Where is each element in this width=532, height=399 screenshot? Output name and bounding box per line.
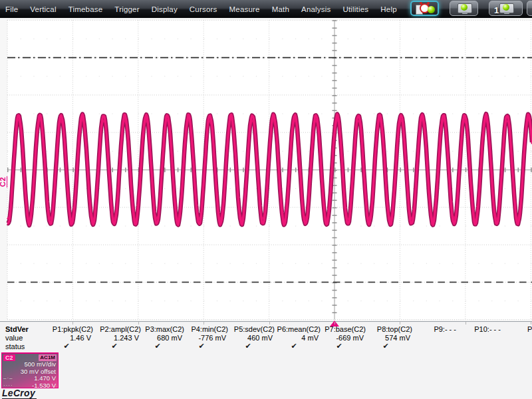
oscilloscope-screen: FileVerticalTimebaseTriggerDisplayCursor… bbox=[0, 0, 532, 399]
param-name[interactable]: P3:max(C2) bbox=[145, 325, 184, 333]
menu-item-measure[interactable]: Measure bbox=[223, 5, 266, 13]
param-value: 4 mV bbox=[301, 334, 319, 342]
param-name[interactable]: P4:min(C2) bbox=[191, 325, 228, 333]
monitor-stand-icon bbox=[462, 12, 467, 14]
param-status-check-icon: ✔ bbox=[359, 342, 412, 350]
menu-item-timebase[interactable]: Timebase bbox=[63, 5, 109, 13]
param-name: P bbox=[527, 325, 532, 333]
measure-value-row-label: value bbox=[5, 334, 23, 342]
gridline-tick bbox=[531, 322, 531, 325]
param-name[interactable]: P7:base(C2) bbox=[325, 325, 366, 333]
param-value: 1.243 V bbox=[114, 334, 139, 342]
param-status-check-icon: ✔ bbox=[175, 342, 228, 350]
menu-item-vertical[interactable]: Vertical bbox=[24, 5, 62, 13]
param-value: 1.46 V bbox=[70, 334, 91, 342]
gridline-tick bbox=[269, 322, 270, 325]
graticule-area: C2 bbox=[0, 18, 532, 321]
measure-mode-label: StdVer bbox=[5, 325, 29, 333]
gridline-tick bbox=[400, 322, 400, 325]
menu-item-display[interactable]: Display bbox=[146, 5, 184, 13]
display-button-number: 1 bbox=[494, 5, 499, 15]
clear-sweeps-button[interactable] bbox=[410, 1, 439, 16]
param-status-check-icon: ✔ bbox=[221, 342, 275, 350]
menu-item-file[interactable]: File bbox=[0, 5, 24, 13]
green-status-orb-icon bbox=[428, 6, 435, 13]
gridline-tick bbox=[72, 322, 73, 325]
param-name[interactable]: P5:sdev(C2) bbox=[234, 325, 275, 333]
gridline-tick bbox=[334, 322, 335, 325]
menu-item-math[interactable]: Math bbox=[266, 5, 295, 13]
param-name[interactable]: P2:ampl(C2) bbox=[100, 325, 141, 333]
gridline-tick bbox=[466, 322, 466, 325]
measure-status-row-label: status bbox=[5, 342, 25, 350]
dash-dot-line-icon: –·– bbox=[3, 375, 13, 382]
lecroy-logo: LeCroy bbox=[2, 388, 37, 399]
menu-item-utilities[interactable]: Utilities bbox=[336, 5, 374, 13]
param-name[interactable]: P10:- - - bbox=[474, 325, 501, 333]
gridline-tick bbox=[203, 322, 204, 325]
param-value: -669 mV bbox=[336, 334, 364, 342]
channel-badge: C2 bbox=[3, 354, 15, 361]
gridline-tick bbox=[138, 322, 139, 325]
display-button-1[interactable]: 1 bbox=[489, 1, 523, 16]
param-value: 680 mV bbox=[157, 334, 182, 342]
menu-item-help[interactable]: Help bbox=[374, 5, 402, 13]
param-name[interactable]: P6:mean(C2) bbox=[277, 325, 321, 333]
param-name[interactable]: P8:top(C2) bbox=[377, 325, 412, 333]
param-value: 460 mV bbox=[247, 334, 273, 342]
channel-c2-descriptor-box[interactable]: C2 AC1M 500 mV/div 30 mV offset –·–1.470… bbox=[1, 352, 59, 388]
measurement-panel: StdVer value status P1:pkpk(C2)1.46 V✔P2… bbox=[0, 321, 532, 399]
clipped-toolbar-button[interactable] bbox=[527, 1, 532, 16]
green-status-orb-icon bbox=[461, 4, 467, 11]
channel-scale: 500 mV/div bbox=[2, 361, 58, 368]
menu-item-cursors[interactable]: Cursors bbox=[184, 5, 223, 13]
param-value: 574 mV bbox=[385, 334, 410, 342]
menu-item-trigger[interactable]: Trigger bbox=[108, 5, 145, 13]
graticule-svg bbox=[0, 18, 532, 321]
param-value: -776 mV bbox=[198, 334, 226, 342]
param-name[interactable]: P1:pkpk(C2) bbox=[53, 325, 93, 333]
menu-item-analysis[interactable]: Analysis bbox=[295, 5, 336, 13]
menu-bar: FileVerticalTimebaseTriggerDisplayCursor… bbox=[0, 0, 532, 18]
cursor-level-1: 1.470 V bbox=[34, 374, 56, 382]
param-name[interactable]: P9:- - - bbox=[434, 325, 456, 333]
param-status-check-icon: ✔ bbox=[313, 342, 366, 350]
param-status-check-icon: ✔ bbox=[40, 342, 93, 350]
green-status-orb-icon bbox=[503, 4, 509, 11]
monitor-stand-icon bbox=[504, 12, 509, 14]
channel-c2-offset-tag[interactable]: C2 bbox=[0, 176, 7, 188]
display-button[interactable] bbox=[450, 1, 478, 16]
